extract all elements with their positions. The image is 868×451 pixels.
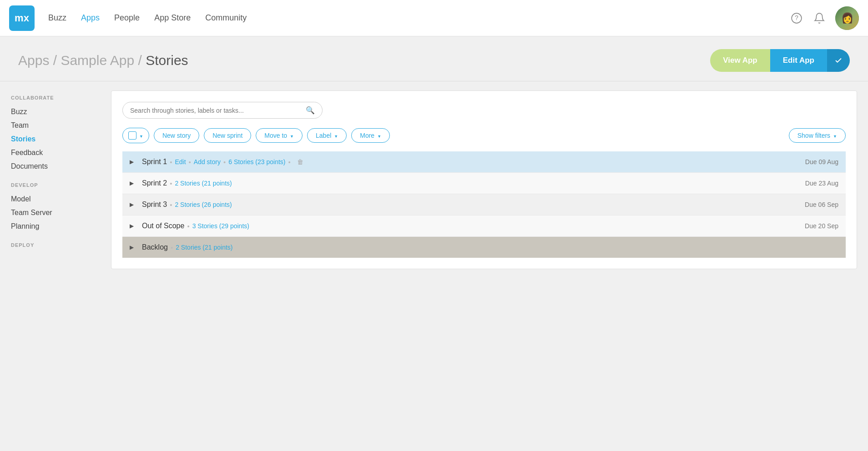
breadcrumb-sep2: /	[138, 53, 146, 68]
new-sprint-button[interactable]: New sprint	[204, 128, 251, 143]
sprint-2-expand[interactable]	[130, 180, 134, 186]
label-chevron	[334, 132, 338, 139]
show-filters-chevron	[833, 132, 837, 139]
sprint-1-due: Due 09 Aug	[805, 158, 838, 165]
sprint-row-2: Sprint 2 • 2 Stories (21 points) Due 23 …	[122, 173, 846, 194]
avatar[interactable]: 👩	[835, 6, 859, 30]
select-dropdown[interactable]	[122, 128, 149, 143]
help-icon[interactable]: ?	[790, 11, 803, 25]
move-to-button[interactable]: Move to	[256, 128, 303, 143]
sep: •	[171, 244, 173, 251]
out-of-scope-expand[interactable]	[130, 223, 134, 229]
view-app-button[interactable]: View App	[710, 49, 770, 72]
sprint-1-name: Sprint 1	[142, 158, 167, 166]
sprint-1-info: 6 Stories (23 points)	[228, 158, 285, 165]
sprint-3-due: Due 06 Sep	[805, 201, 838, 208]
show-filters-button[interactable]: Show filters	[789, 128, 846, 143]
sidebar-item-buzz[interactable]: Buzz	[11, 105, 89, 119]
nav-app-store[interactable]: App Store	[154, 13, 191, 23]
sidebar-item-stories[interactable]: Stories	[11, 132, 89, 146]
more-label: More	[360, 132, 374, 139]
sprint-2-info: 2 Stories (21 points)	[175, 180, 232, 187]
sprint-row-3: Sprint 3 • 2 Stories (26 points) Due 06 …	[122, 194, 846, 215]
svg-text:?: ?	[795, 14, 798, 21]
label-text: Label	[316, 132, 331, 139]
sprint-row-out-of-scope: Out of Scope • 3 Stories (29 points) Due…	[122, 215, 846, 237]
sep: •	[288, 158, 291, 166]
move-to-chevron	[290, 132, 294, 139]
avatar-image: 👩	[835, 6, 859, 30]
search-bar: 🔍	[122, 102, 323, 119]
sidebar-section-deploy: DEPLOY	[11, 242, 89, 248]
nav-people[interactable]: People	[114, 13, 140, 23]
backlog-expand[interactable]	[130, 244, 134, 251]
sep: •	[189, 158, 191, 166]
nav-buzz[interactable]: Buzz	[48, 13, 66, 23]
out-of-scope-due: Due 20 Sep	[805, 222, 838, 230]
sprint-list: Sprint 1 • Edit • Add story • 6 Stories …	[122, 151, 846, 258]
toolbar: New story New sprint Move to Label More …	[122, 128, 846, 143]
sidebar-section-collaborate: COLLABORATE	[11, 95, 89, 100]
header-actions: View App Edit App	[710, 49, 850, 72]
more-chevron	[377, 132, 381, 139]
nav-links: Buzz Apps People App Store Community	[48, 13, 790, 23]
label-button[interactable]: Label	[307, 128, 347, 143]
notification-icon[interactable]	[812, 11, 826, 25]
breadcrumb-sample-app[interactable]: Sample App	[61, 53, 134, 68]
sidebar-item-documents[interactable]: Documents	[11, 160, 89, 173]
sprint-2-due: Due 23 Aug	[805, 180, 838, 187]
sep: •	[170, 158, 172, 166]
sidebar-item-team[interactable]: Team	[11, 119, 89, 132]
top-nav: mx Buzz Apps People App Store Community …	[0, 0, 868, 36]
content-area: 🔍 New story New sprint Move to Label	[100, 81, 868, 451]
search-input[interactable]	[130, 107, 306, 114]
sidebar-section-develop: DEVELOP	[11, 182, 89, 188]
select-chevron	[139, 132, 143, 139]
out-of-scope-name: Out of Scope	[142, 222, 184, 230]
show-filters-label: Show filters	[797, 132, 830, 139]
sprint-row-1: Sprint 1 • Edit • Add story • 6 Stories …	[122, 151, 846, 173]
page-header: Apps / Sample App / Stories View App Edi…	[0, 36, 868, 81]
sprint-1-add-story[interactable]: Add story	[194, 158, 221, 165]
out-of-scope-info: 3 Stories (29 points)	[192, 222, 249, 230]
sidebar-item-model[interactable]: Model	[11, 192, 89, 206]
sep: •	[223, 158, 226, 166]
sprint-2-name: Sprint 2	[142, 179, 167, 187]
sidebar: COLLABORATE Buzz Team Stories Feedback D…	[0, 81, 100, 451]
sidebar-item-feedback[interactable]: Feedback	[11, 146, 89, 160]
breadcrumb: Apps / Sample App / Stories	[18, 53, 188, 68]
checkbox-icon	[128, 131, 136, 140]
backlog-info: 2 Stories (21 points)	[176, 244, 232, 251]
backlog-name: Backlog	[142, 243, 168, 251]
main-layout: COLLABORATE Buzz Team Stories Feedback D…	[0, 81, 868, 451]
sprint-1-trash[interactable]: 🗑	[297, 158, 303, 165]
search-icon: 🔍	[306, 106, 315, 115]
breadcrumb-sep1: /	[53, 53, 61, 68]
sprint-3-info: 2 Stories (26 points)	[175, 201, 232, 208]
sep: •	[187, 222, 189, 230]
edit-app-button[interactable]: Edit App	[770, 49, 827, 72]
more-button[interactable]: More	[351, 128, 390, 143]
new-story-button[interactable]: New story	[154, 128, 199, 143]
content-card: 🔍 New story New sprint Move to Label	[111, 90, 857, 269]
nav-community[interactable]: Community	[205, 13, 247, 23]
sprint-row-backlog: Backlog • 2 Stories (21 points)	[122, 237, 846, 258]
sep: •	[170, 180, 172, 187]
sprint-1-expand[interactable]	[130, 159, 134, 165]
sep: •	[170, 201, 172, 209]
breadcrumb-apps[interactable]: Apps	[18, 53, 49, 68]
nav-right: ? 👩	[790, 6, 859, 30]
breadcrumb-current: Stories	[146, 53, 188, 68]
sprint-3-name: Sprint 3	[142, 200, 167, 209]
sprint-3-expand[interactable]	[130, 201, 134, 208]
logo[interactable]: mx	[9, 5, 35, 31]
nav-apps[interactable]: Apps	[81, 13, 100, 23]
sidebar-item-team-server[interactable]: Team Server	[11, 206, 89, 220]
move-to-label: Move to	[264, 132, 287, 139]
edit-app-chevron-button[interactable]	[827, 49, 850, 72]
sidebar-item-planning[interactable]: Planning	[11, 220, 89, 233]
sprint-1-edit[interactable]: Edit	[175, 158, 186, 165]
